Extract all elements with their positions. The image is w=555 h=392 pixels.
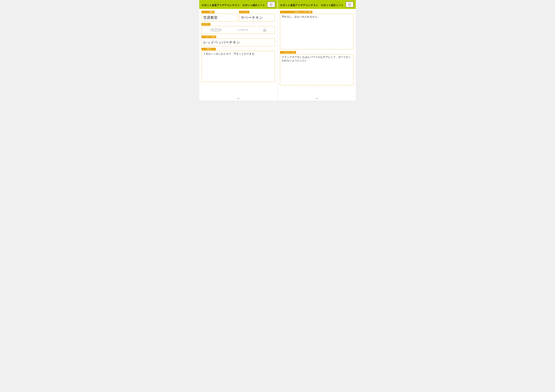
category-section: カテゴリー タッグマッチ シングルマッチ じゆう 自由 <box>201 23 275 34</box>
star-1: ★ <box>270 2 270 4</box>
reason-section: かいぞう おもっ りゆう この改造をしようと思った理由 守れるし、点もいれられる… <box>280 11 354 50</box>
page-2-title: かいぞう しょうかい ロボット改造アイデアコンテスト ロボット紹介シート <box>280 2 343 7</box>
robot-name-label-badge: なまえ ロボットの名前 <box>201 36 216 38</box>
classroom-furigana: きょうしつめい <box>203 11 209 13</box>
nickname-label-badge: ニックネーム <box>239 11 249 13</box>
classroom-value-text: 笠原教室 <box>203 15 218 20</box>
logo-stars-2: ★ ★ ★ <box>347 2 352 4</box>
star-5: ★ <box>349 2 350 4</box>
header-furigana-2: かいぞう しょうかい <box>280 2 343 3</box>
page-1-title: かいぞう しょうかい ロボット改造アイデアコンテスト ロボット紹介シート <box>201 2 265 7</box>
pages-container: かいぞう しょうかい ロボット改造アイデアコンテスト ロボット紹介シート ★ ★… <box>199 0 356 100</box>
classroom-value-box: 笠原教室 <box>201 14 237 21</box>
page-2-content: かいぞう おもっ りゆう この改造をしようと思った理由 守れるし、点もいれられる… <box>278 9 356 97</box>
robot-name-value-text: レッドペッパーチキン <box>203 40 240 44</box>
classroom-label-badge: きょうしつめい 教室名 <box>201 11 214 13</box>
header-furigana: かいぞう しょうかい <box>201 2 265 3</box>
category-option-free: じゆう 自由 <box>263 28 266 32</box>
kufu-label-badge: くふう 工夫したことなど <box>280 51 296 54</box>
nickname-value-text: ヤベーチキン <box>241 15 263 20</box>
reason-label-badge: かいぞう おもっ りゆう この改造をしようと思った理由 <box>280 11 312 13</box>
logo-sub-1: ROBOT SCHOOL <box>269 5 274 7</box>
page-1-number: 1/2 <box>199 97 277 100</box>
nickname-value-box: ヤベーチキン <box>239 14 275 21</box>
kufu-section: くふう 工夫したことなど クランクギアをいちばんパワフルなギアにして、ガードがこ… <box>280 51 354 85</box>
kufu-value-text: クランクギアをいちばんパワフルなギアにして、ガードがこわれないようにしたo <box>282 56 351 62</box>
robot-name-furigana: なまえ <box>203 36 205 37</box>
kaizo-point-label-text: 改造ポイント <box>207 48 215 50</box>
kaizo-point-value-text: １点もいっきにおとせて、守ることができる。 <box>203 52 257 55</box>
robot-name-label-text: ロボットの名前 <box>206 36 215 38</box>
reason-value-text: 守れるし、点もいれられるから。 <box>282 15 320 18</box>
page-2: かいぞう しょうかい ロボット改造アイデアコンテスト ロボット紹介シート ★ ★… <box>278 0 356 100</box>
tamiya-logo-2: ★ ★ ★ TAMIYA ROBOT SCHOOL <box>346 1 354 7</box>
star-3: ★ <box>272 2 273 4</box>
classroom-nickname-row: きょうしつめい 教室名 笠原教室 ニックネーム ヤベーチキン <box>201 11 275 21</box>
nickname-label-text: ニックネーム <box>240 11 248 13</box>
kufu-furigana: くふう <box>281 52 284 53</box>
kufu-value-box: クランクギアをいちばんパワフルなギアにして、ガードがこわれないようにしたo <box>280 54 354 85</box>
category-option-single: シングルマッチ <box>237 29 248 31</box>
page-1-content: きょうしつめい 教室名 笠原教室 ニックネーム ヤベーチキン <box>199 9 277 97</box>
category-value-box: タッグマッチ シングルマッチ じゆう 自由 <box>201 26 275 34</box>
reason-label-text: この改造をしようと思った理由 <box>292 11 311 13</box>
category-label-badge: カテゴリー <box>201 23 210 26</box>
logo-sub-2: ROBOT SCHOOL <box>347 5 352 7</box>
page-1: かいぞう しょうかい ロボット改造アイデアコンテスト ロボット紹介シート ★ ★… <box>199 0 277 100</box>
logo-brand-2: TAMIYA <box>347 4 352 5</box>
header-title-text-2: ロボット改造アイデアコンテスト ロボット紹介シート <box>280 4 343 7</box>
nickname-section: ニックネーム ヤベーチキン <box>239 11 275 21</box>
reason-furigana: かいぞう おもっ りゆう <box>281 11 292 13</box>
kaizo-point-value-box: １点もいっきにおとせて、守ることができる。 <box>201 51 275 82</box>
page-1-header: かいぞう しょうかい ロボット改造アイデアコンテスト ロボット紹介シート ★ ★… <box>199 0 277 9</box>
reason-value-box: 守れるし、点もいれられるから。 <box>280 14 354 50</box>
logo-brand-1: TAMIYA <box>269 4 274 5</box>
robot-name-section: なまえ ロボットの名前 レッドペッパーチキン <box>201 36 275 46</box>
kaizo-point-section: かいぞう 改造ポイント １点もいっきにおとせて、守ることができる。 <box>201 48 275 82</box>
star-4: ★ <box>348 2 349 4</box>
category-label-text: カテゴリー <box>203 23 209 25</box>
star-6: ★ <box>351 2 351 4</box>
kaizo-point-label-badge: かいぞう 改造ポイント <box>201 48 216 50</box>
kaizo-point-furigana: かいぞう <box>203 49 206 50</box>
classroom-label-text: 教室名 <box>209 11 213 13</box>
star-2: ★ <box>271 2 272 4</box>
category-options-row: タッグマッチ シングルマッチ じゆう 自由 <box>203 27 273 33</box>
robot-name-value-box: レッドペッパーチキン <box>201 39 275 46</box>
category-option-tag: タッグマッチ <box>210 28 222 31</box>
classroom-section: きょうしつめい 教室名 笠原教室 <box>201 11 237 21</box>
logo-stars-1: ★ ★ ★ <box>269 2 274 4</box>
tamiya-logo-1: ★ ★ ★ TAMIYA ROBOT SCHOOL <box>267 1 275 7</box>
kufu-label-text: 工夫したことなど <box>284 51 295 53</box>
page-2-number: 2/2 <box>278 97 356 100</box>
page-2-header: かいぞう しょうかい ロボット改造アイデアコンテスト ロボット紹介シート ★ ★… <box>278 0 356 9</box>
header-title-text: ロボット改造アイデアコンテスト ロボット紹介シート <box>201 4 265 7</box>
